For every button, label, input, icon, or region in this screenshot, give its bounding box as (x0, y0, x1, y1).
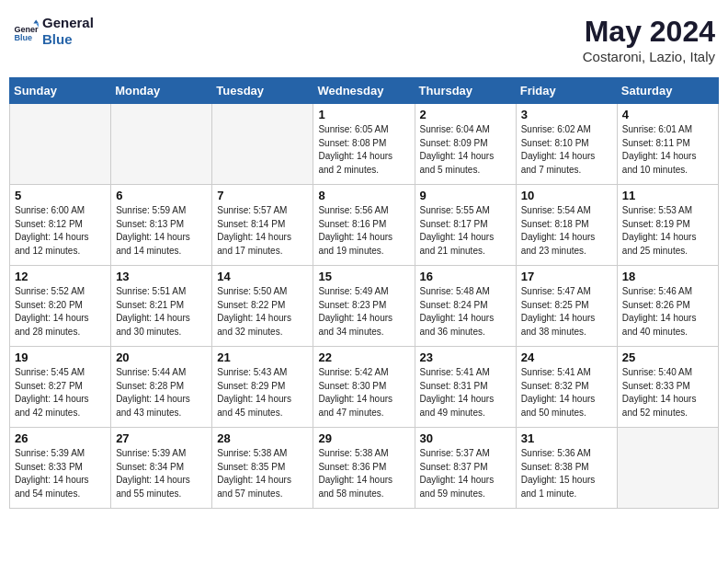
cell-info: Sunrise: 5:43 AM Sunset: 8:29 PM Dayligh… (217, 366, 308, 419)
cell-info: Sunrise: 5:47 AM Sunset: 8:25 PM Dayligh… (521, 285, 612, 339)
day-number: 1 (318, 108, 409, 121)
weekday-header-tuesday: Tuesday (212, 78, 313, 104)
day-number: 4 (622, 108, 713, 121)
day-number: 16 (420, 270, 511, 283)
day-number: 12 (15, 270, 106, 283)
calendar-cell: 27Sunrise: 5:39 AM Sunset: 8:34 PM Dayli… (111, 428, 212, 509)
cell-info: Sunrise: 5:37 AM Sunset: 8:37 PM Dayligh… (420, 447, 511, 500)
calendar-cell: 4Sunrise: 6:01 AM Sunset: 8:11 PM Daylig… (617, 104, 718, 185)
cell-info: Sunrise: 5:50 AM Sunset: 8:22 PM Dayligh… (217, 285, 308, 339)
calendar-cell: 8Sunrise: 5:56 AM Sunset: 8:16 PM Daylig… (313, 185, 415, 266)
calendar-cell: 28Sunrise: 5:38 AM Sunset: 8:35 PM Dayli… (212, 428, 313, 509)
calendar-cell: 13Sunrise: 5:51 AM Sunset: 8:21 PM Dayli… (111, 266, 212, 347)
cell-info: Sunrise: 5:41 AM Sunset: 8:32 PM Dayligh… (521, 366, 612, 419)
day-number: 8 (318, 189, 409, 202)
day-number: 2 (420, 108, 511, 121)
cell-info: Sunrise: 5:48 AM Sunset: 8:24 PM Dayligh… (420, 285, 511, 339)
day-number: 22 (318, 350, 409, 364)
calendar-cell: 21Sunrise: 5:43 AM Sunset: 8:29 PM Dayli… (212, 347, 313, 428)
calendar-cell: 1Sunrise: 6:05 AM Sunset: 8:08 PM Daylig… (313, 104, 415, 185)
calendar-cell (111, 104, 212, 185)
cell-info: Sunrise: 5:56 AM Sunset: 8:16 PM Dayligh… (318, 204, 409, 258)
weekday-header-thursday: Thursday (415, 78, 516, 104)
day-number: 30 (420, 431, 511, 445)
calendar-cell: 14Sunrise: 5:50 AM Sunset: 8:22 PM Dayli… (212, 266, 313, 347)
day-number: 29 (318, 431, 409, 445)
cell-info: Sunrise: 5:53 AM Sunset: 8:19 PM Dayligh… (622, 204, 713, 258)
day-number: 18 (622, 270, 713, 283)
logo-general: General (42, 15, 94, 31)
week-row-2: 5Sunrise: 6:00 AM Sunset: 8:12 PM Daylig… (10, 185, 719, 266)
cell-info: Sunrise: 6:05 AM Sunset: 8:08 PM Dayligh… (318, 123, 409, 177)
location: Costaroni, Lazio, Italy (583, 49, 715, 64)
month-title: May 2024 (583, 15, 715, 49)
calendar-cell: 22Sunrise: 5:42 AM Sunset: 8:30 PM Dayli… (313, 347, 415, 428)
logo: General Blue General Blue (13, 15, 94, 48)
week-row-4: 19Sunrise: 5:45 AM Sunset: 8:27 PM Dayli… (10, 347, 719, 428)
day-number: 26 (15, 431, 106, 445)
week-row-3: 12Sunrise: 5:52 AM Sunset: 8:20 PM Dayli… (10, 266, 719, 347)
day-number: 14 (217, 270, 308, 283)
calendar-cell: 25Sunrise: 5:40 AM Sunset: 8:33 PM Dayli… (617, 347, 718, 428)
calendar-cell (212, 104, 313, 185)
day-number: 19 (15, 350, 106, 364)
calendar-table: SundayMondayTuesdayWednesdayThursdayFrid… (9, 77, 719, 509)
day-number: 5 (15, 189, 106, 202)
cell-info: Sunrise: 6:04 AM Sunset: 8:09 PM Dayligh… (420, 123, 511, 177)
weekday-header-row: SundayMondayTuesdayWednesdayThursdayFrid… (10, 78, 719, 104)
cell-info: Sunrise: 5:55 AM Sunset: 8:17 PM Dayligh… (420, 204, 511, 258)
calendar-cell: 11Sunrise: 5:53 AM Sunset: 8:19 PM Dayli… (617, 185, 718, 266)
calendar-cell: 15Sunrise: 5:49 AM Sunset: 8:23 PM Dayli… (313, 266, 415, 347)
day-number: 7 (217, 189, 308, 202)
calendar-cell: 23Sunrise: 5:41 AM Sunset: 8:31 PM Dayli… (415, 347, 516, 428)
day-number: 27 (116, 431, 207, 445)
calendar-cell: 30Sunrise: 5:37 AM Sunset: 8:37 PM Dayli… (415, 428, 516, 509)
day-number: 28 (217, 431, 308, 445)
cell-info: Sunrise: 5:38 AM Sunset: 8:35 PM Dayligh… (217, 447, 308, 500)
calendar-cell: 24Sunrise: 5:41 AM Sunset: 8:32 PM Dayli… (516, 347, 617, 428)
day-number: 21 (217, 350, 308, 364)
cell-info: Sunrise: 5:57 AM Sunset: 8:14 PM Dayligh… (217, 204, 308, 258)
calendar-cell: 17Sunrise: 5:47 AM Sunset: 8:25 PM Dayli… (516, 266, 617, 347)
title-block: May 2024 Costaroni, Lazio, Italy (583, 15, 715, 64)
cell-info: Sunrise: 5:40 AM Sunset: 8:33 PM Dayligh… (622, 366, 713, 419)
cell-info: Sunrise: 6:02 AM Sunset: 8:10 PM Dayligh… (521, 123, 612, 177)
cell-info: Sunrise: 5:38 AM Sunset: 8:36 PM Dayligh… (318, 447, 409, 500)
day-number: 15 (318, 270, 409, 283)
logo-blue: Blue (42, 31, 94, 48)
day-number: 20 (116, 350, 207, 364)
cell-info: Sunrise: 5:45 AM Sunset: 8:27 PM Dayligh… (15, 366, 106, 419)
calendar-cell: 19Sunrise: 5:45 AM Sunset: 8:27 PM Dayli… (10, 347, 111, 428)
calendar-cell: 10Sunrise: 5:54 AM Sunset: 8:18 PM Dayli… (516, 185, 617, 266)
weekday-header-wednesday: Wednesday (313, 78, 415, 104)
cell-info: Sunrise: 5:46 AM Sunset: 8:26 PM Dayligh… (622, 285, 713, 339)
calendar-cell: 7Sunrise: 5:57 AM Sunset: 8:14 PM Daylig… (212, 185, 313, 266)
page-header: General Blue General Blue May 2024 Costa… (9, 9, 719, 70)
day-number: 9 (420, 189, 511, 202)
week-row-5: 26Sunrise: 5:39 AM Sunset: 8:33 PM Dayli… (10, 428, 719, 509)
calendar-cell: 9Sunrise: 5:55 AM Sunset: 8:17 PM Daylig… (415, 185, 516, 266)
weekday-header-sunday: Sunday (10, 78, 111, 104)
cell-info: Sunrise: 5:49 AM Sunset: 8:23 PM Dayligh… (318, 285, 409, 339)
day-number: 6 (116, 189, 207, 202)
calendar-cell: 29Sunrise: 5:38 AM Sunset: 8:36 PM Dayli… (313, 428, 415, 509)
cell-info: Sunrise: 5:44 AM Sunset: 8:28 PM Dayligh… (116, 366, 207, 419)
day-number: 11 (622, 189, 713, 202)
calendar-cell (617, 428, 718, 509)
calendar-cell: 18Sunrise: 5:46 AM Sunset: 8:26 PM Dayli… (617, 266, 718, 347)
weekday-header-friday: Friday (516, 78, 617, 104)
weekday-header-saturday: Saturday (617, 78, 718, 104)
calendar-cell: 20Sunrise: 5:44 AM Sunset: 8:28 PM Dayli… (111, 347, 212, 428)
calendar-cell (10, 104, 111, 185)
calendar-cell: 12Sunrise: 5:52 AM Sunset: 8:20 PM Dayli… (10, 266, 111, 347)
cell-info: Sunrise: 5:51 AM Sunset: 8:21 PM Dayligh… (116, 285, 207, 339)
cell-info: Sunrise: 5:42 AM Sunset: 8:30 PM Dayligh… (318, 366, 409, 419)
cell-info: Sunrise: 5:41 AM Sunset: 8:31 PM Dayligh… (420, 366, 511, 419)
cell-info: Sunrise: 5:39 AM Sunset: 8:34 PM Dayligh… (116, 447, 207, 500)
day-number: 25 (622, 350, 713, 364)
cell-info: Sunrise: 6:01 AM Sunset: 8:11 PM Dayligh… (622, 123, 713, 177)
calendar-cell: 16Sunrise: 5:48 AM Sunset: 8:24 PM Dayli… (415, 266, 516, 347)
cell-info: Sunrise: 5:54 AM Sunset: 8:18 PM Dayligh… (521, 204, 612, 258)
calendar-cell: 5Sunrise: 6:00 AM Sunset: 8:12 PM Daylig… (10, 185, 111, 266)
cell-info: Sunrise: 5:36 AM Sunset: 8:38 PM Dayligh… (521, 447, 612, 500)
